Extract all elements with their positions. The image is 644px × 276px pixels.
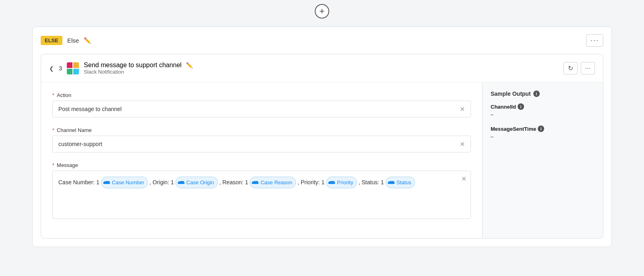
channel-field-label: * Channel Name [52, 127, 471, 133]
output-field-message-sent-time-name: MessageSentTime i [491, 126, 595, 132]
action-label-text: Action [57, 92, 71, 98]
salesforce-logo-priority [328, 180, 335, 185]
output-field-message-sent-time-value: – [491, 134, 595, 140]
slack-icon-quadrant-tl [67, 62, 72, 68]
action-clear-icon[interactable]: ✕ [460, 105, 465, 113]
action-card-header: ❮ 3 Send message to support channel ✏️ [41, 54, 603, 82]
msg-priority-token[interactable]: Priority [326, 177, 357, 188]
else-badge: ELSE [41, 36, 62, 45]
msg-text-reason-label: , Reason: [219, 177, 244, 187]
salesforce-logo-reason [252, 180, 259, 185]
channel-input[interactable]: customer-support ✕ [52, 136, 471, 152]
action-card: ❮ 3 Send message to support channel ✏️ [41, 54, 603, 239]
output-field-channel-id: ChannelId i – [491, 103, 595, 117]
sample-output-title: Sample Output i [491, 91, 595, 97]
sample-output-title-text: Sample Output [491, 91, 531, 97]
action-card-header-left: ❮ 3 Send message to support channel ✏️ [49, 62, 193, 75]
salesforce-logo-origin [178, 180, 185, 185]
action-card-buttons: ↻ ··· [564, 62, 595, 74]
else-block: ELSE Else ✏️ ··· ❮ 3 [32, 27, 612, 247]
channel-required-star: * [52, 127, 54, 133]
action-title-group: Send message to support channel ✏️ Slack… [84, 62, 192, 75]
action-title: Send message to support channel ✏️ [84, 62, 192, 69]
slack-icon-quadrant-bl [67, 69, 72, 74]
output-field-channel-id-value: – [491, 111, 595, 117]
message-input[interactable]: Case Number: 1 Case Number , Origin: 1 [52, 171, 471, 219]
action-subtitle: Slack Notification [84, 69, 192, 75]
output-field-channel-id-name: ChannelId i [491, 103, 595, 110]
add-step-button[interactable]: + [315, 4, 329, 19]
msg-status-token[interactable]: Status [386, 177, 415, 188]
msg-text-case-number-label: Case Number: [58, 177, 95, 187]
msg-text-status-label: , Status: [359, 177, 379, 187]
else-header-left: ELSE Else ✏️ [41, 36, 91, 45]
action-value-text: Post message to channel [58, 106, 122, 112]
message-field-label: * Message [52, 162, 471, 168]
else-more-button[interactable]: ··· [586, 34, 603, 47]
sample-output-panel: Sample Output i ChannelId i – MessageSen… [482, 82, 603, 238]
msg-priority-number: 1 [321, 177, 324, 187]
msg-text-priority-label: , Priority: [297, 177, 320, 187]
form-section: * Action Post message to channel ✕ * Cha… [41, 82, 482, 238]
message-field-group: * Message Case Number: 1 [52, 162, 471, 219]
else-edit-icon[interactable]: ✏️ [84, 37, 91, 44]
action-title-edit-icon[interactable]: ✏️ [186, 62, 193, 68]
action-required-star: * [52, 92, 54, 98]
channel-label-text: Channel Name [57, 127, 92, 133]
msg-origin-number: 1 [171, 177, 174, 187]
msg-case-number-token[interactable]: Case Number [101, 177, 148, 188]
action-more-button[interactable]: ··· [581, 62, 595, 74]
salesforce-logo-status [388, 180, 395, 185]
else-label: Else [67, 37, 79, 44]
msg-case-origin-token[interactable]: Case Origin [175, 177, 218, 188]
collapse-chevron-icon[interactable]: ❮ [49, 65, 54, 72]
channel-id-info-icon[interactable]: i [518, 103, 524, 110]
plus-icon: + [320, 6, 325, 16]
sample-output-info-icon[interactable]: i [533, 91, 540, 97]
message-content: Case Number: 1 Case Number , Origin: 1 [58, 177, 465, 188]
action-title-text: Send message to support channel [84, 62, 182, 68]
slack-icon-quadrant-tr [73, 62, 79, 68]
slack-icon [67, 62, 79, 74]
step-number: 3 [59, 65, 62, 72]
msg-cn-number: 1 [96, 177, 99, 187]
content-area: * Action Post message to channel ✕ * Cha… [41, 82, 603, 238]
channel-field-group: * Channel Name customer-support ✕ [52, 127, 471, 152]
message-label-text: Message [57, 162, 78, 168]
msg-reason-number: 1 [245, 177, 248, 187]
output-field-message-sent-time: MessageSentTime i – [491, 126, 595, 140]
channel-value-text: customer-support [58, 141, 102, 147]
message-sent-time-info-icon[interactable]: i [538, 126, 544, 132]
action-field-group: * Action Post message to channel ✕ [52, 92, 471, 117]
slack-icon-quadrant-br [73, 69, 79, 74]
msg-status-number: 1 [381, 177, 384, 187]
msg-text-origin-label: , Origin: [149, 177, 169, 187]
action-field-label: * Action [52, 92, 471, 98]
message-required-star: * [52, 162, 54, 168]
refresh-button[interactable]: ↻ [564, 62, 578, 74]
message-clear-icon[interactable]: ✕ [461, 175, 466, 183]
else-header: ELSE Else ✏️ ··· [33, 27, 611, 54]
channel-clear-icon[interactable]: ✕ [460, 140, 465, 148]
action-input[interactable]: Post message to channel ✕ [52, 101, 471, 117]
msg-case-reason-token[interactable]: Case Reason [250, 177, 296, 188]
salesforce-logo-cn [103, 180, 110, 185]
